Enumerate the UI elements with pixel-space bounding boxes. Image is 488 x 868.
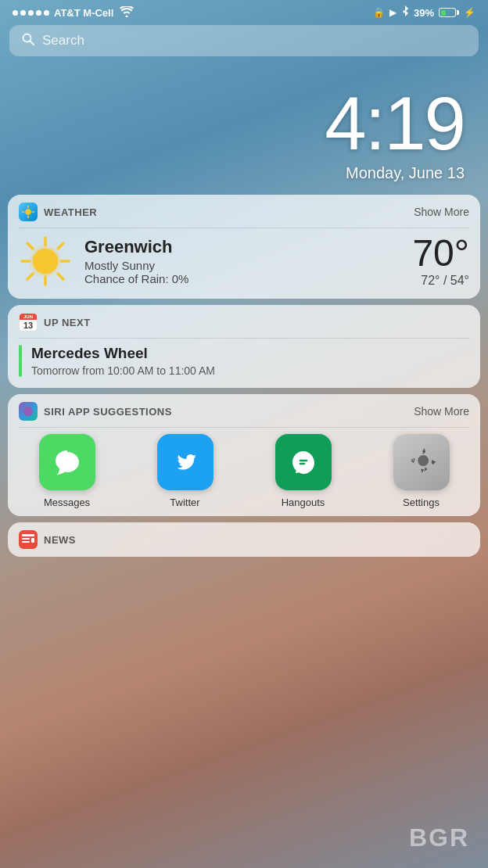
app-item-twitter[interactable]: Twitter <box>129 434 241 508</box>
up-next-section-title: UP NEXT <box>44 317 91 328</box>
svg-rect-18 <box>22 534 34 536</box>
sun-icon <box>19 235 72 288</box>
calendar-app-icon: JUN 13 <box>19 313 38 332</box>
svg-line-12 <box>27 243 33 249</box>
messages-label: Messages <box>44 497 90 508</box>
weather-app-icon <box>19 203 38 221</box>
carrier-label: AT&T M-Cell <box>54 7 113 19</box>
svg-point-17 <box>418 452 432 465</box>
svg-rect-20 <box>22 541 30 543</box>
clock-time: 4:19 <box>23 86 465 161</box>
svg-point-16 <box>23 407 33 416</box>
signal-dot-1 <box>13 10 18 16</box>
up-next-body: Mercedes Wheel Tomorrow from 10:00 AM to… <box>8 339 480 388</box>
signal-dot-4 <box>36 10 41 16</box>
weather-rain: Chance of Rain: 0% <box>84 272 400 285</box>
location-icon: ▶ <box>389 7 396 18</box>
temp-main: 70° <box>412 235 469 272</box>
weather-card-header: WEATHER Show More <box>8 195 480 228</box>
signal-dot-2 <box>20 10 26 16</box>
siri-show-more[interactable]: Show More <box>414 405 469 418</box>
svg-line-15 <box>27 274 33 279</box>
svg-point-2 <box>25 209 31 215</box>
status-right: 🔒 ▶ 39% ⚡ <box>373 5 475 20</box>
status-left: AT&T M-Cell <box>13 6 134 20</box>
siri-suggestions-card: SIRI APP SUGGESTIONS Show More Messages <box>8 394 480 516</box>
siri-header-left: SIRI APP SUGGESTIONS <box>19 402 172 421</box>
event-details: Mercedes Wheel Tomorrow from 10:00 AM to… <box>31 345 215 377</box>
svg-rect-19 <box>22 538 30 540</box>
battery-percent: 39% <box>414 7 434 19</box>
bgr-watermark: BGR <box>409 823 469 852</box>
signal-dot-3 <box>28 10 34 16</box>
settings-app-icon <box>393 434 450 490</box>
settings-label: Settings <box>403 497 440 508</box>
news-card-header: NEWS <box>8 522 480 557</box>
siri-section-title: SIRI APP SUGGESTIONS <box>44 406 172 418</box>
up-next-card: JUN 13 UP NEXT Mercedes Wheel Tomorrow f… <box>8 305 480 388</box>
weather-card-body: Greenwich Mostly Sunny Chance of Rain: 0… <box>8 228 480 299</box>
svg-point-7 <box>33 249 58 274</box>
svg-line-14 <box>58 243 63 249</box>
news-header-left: NEWS <box>19 530 76 549</box>
search-placeholder: Search <box>42 33 84 48</box>
time-area: 4:19 Monday, June 13 <box>0 63 488 188</box>
siri-apps-list: Messages Twitter Hang <box>8 428 480 516</box>
hangouts-label: Hangouts <box>282 497 325 508</box>
svg-line-13 <box>58 274 63 279</box>
battery-icon <box>439 8 459 17</box>
lock-icon: 🔒 <box>373 7 385 18</box>
event-title: Mercedes Wheel <box>31 345 215 362</box>
event-item: Mercedes Wheel Tomorrow from 10:00 AM to… <box>19 345 469 377</box>
temp-range: 72° / 54° <box>412 274 469 288</box>
siri-app-icon <box>19 402 38 421</box>
weather-show-more[interactable]: Show More <box>414 206 469 218</box>
wifi-icon <box>120 6 134 20</box>
news-section-title: NEWS <box>44 534 76 546</box>
news-app-icon <box>19 530 38 549</box>
bluetooth-icon <box>401 5 409 20</box>
siri-card-header: SIRI APP SUGGESTIONS Show More <box>8 394 480 427</box>
messages-app-icon <box>39 434 95 490</box>
hangouts-app-icon <box>275 434 332 490</box>
weather-header-left: WEATHER <box>19 203 97 221</box>
weather-section-title: WEATHER <box>44 206 97 218</box>
app-item-hangouts[interactable]: Hangouts <box>247 434 359 508</box>
app-item-settings[interactable]: Settings <box>365 434 477 508</box>
search-icon <box>22 33 34 48</box>
weather-card: WEATHER Show More <box>8 195 480 299</box>
app-item-messages[interactable]: Messages <box>11 434 123 508</box>
twitter-label: Twitter <box>170 497 199 508</box>
weather-content: Greenwich Mostly Sunny Chance of Rain: 0… <box>19 235 469 288</box>
up-next-card-header: JUN 13 UP NEXT <box>8 305 480 338</box>
event-time: Tomorrow from 10:00 AM to 11:00 AM <box>31 364 215 377</box>
city-name: Greenwich <box>84 237 400 257</box>
svg-line-1 <box>30 41 34 45</box>
signal-dots <box>13 10 49 16</box>
status-bar: AT&T M-Cell 🔒 ▶ 39% ⚡ <box>0 0 488 22</box>
clock-date: Monday, June 13 <box>23 164 465 182</box>
search-bar[interactable]: Search <box>9 25 479 56</box>
weather-info: Greenwich Mostly Sunny Chance of Rain: 0… <box>84 237 400 285</box>
signal-dot-5 <box>44 10 49 16</box>
weather-condition: Mostly Sunny <box>84 259 400 272</box>
event-color-bar <box>19 345 22 377</box>
weather-temperature: 70° 72° / 54° <box>412 235 469 288</box>
charging-icon: ⚡ <box>464 7 475 18</box>
news-card: NEWS <box>8 522 480 557</box>
up-next-header-left: JUN 13 UP NEXT <box>19 313 91 332</box>
svg-rect-21 <box>31 538 34 543</box>
twitter-app-icon <box>157 434 214 490</box>
